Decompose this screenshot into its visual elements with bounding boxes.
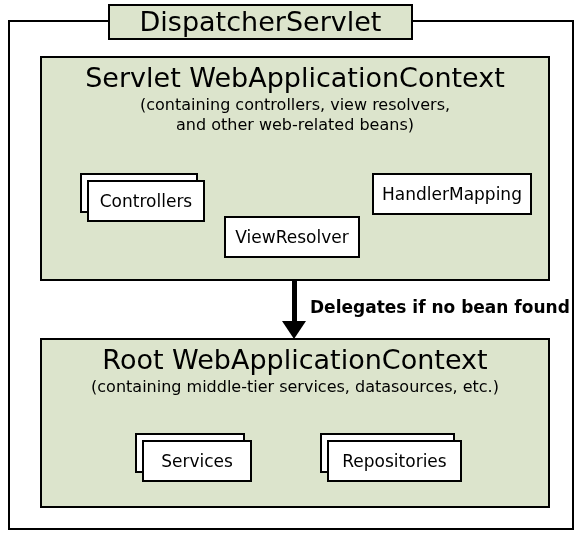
controllers-bean: Controllers — [87, 180, 205, 220]
servlet-context-subtitle-line2: and other web-related beans) — [176, 115, 414, 134]
root-context-heading: Root WebApplicationContext — [42, 344, 548, 375]
diagram-title: DispatcherServlet — [108, 4, 413, 40]
repositories-bean: Repositories — [327, 440, 462, 480]
root-webapplicationcontext-box: Root WebApplicationContext (containing m… — [40, 338, 550, 508]
handlermapping-bean: HandlerMapping — [372, 173, 532, 215]
arrow-shaft — [292, 281, 297, 323]
servlet-context-subtitle: (containing controllers, view resolvers,… — [42, 95, 548, 135]
repositories-bean-label: Repositories — [327, 440, 462, 482]
delegation-arrow — [280, 281, 310, 340]
controllers-bean-label: Controllers — [87, 180, 205, 222]
services-bean: Services — [142, 440, 252, 480]
services-bean-label: Services — [142, 440, 252, 482]
servlet-context-heading: Servlet WebApplicationContext — [42, 62, 548, 93]
servlet-context-subtitle-line1: (containing controllers, view resolvers, — [140, 95, 450, 114]
delegation-label: Delegates if no bean found — [310, 297, 570, 317]
root-context-subtitle: (containing middle-tier services, dataso… — [42, 377, 548, 397]
arrow-head-icon — [282, 321, 306, 339]
servlet-webapplicationcontext-box: Servlet WebApplicationContext (containin… — [40, 56, 550, 281]
viewresolver-bean: ViewResolver — [224, 216, 360, 258]
